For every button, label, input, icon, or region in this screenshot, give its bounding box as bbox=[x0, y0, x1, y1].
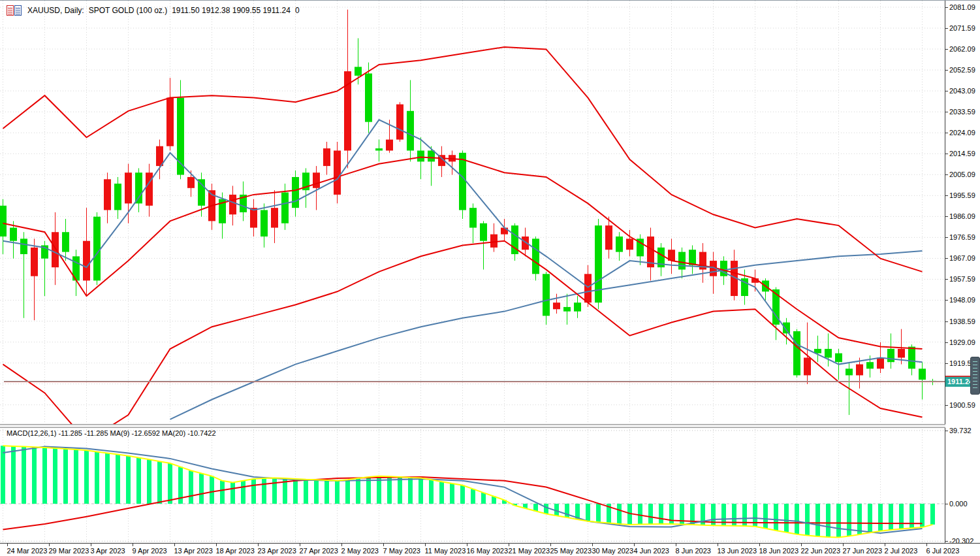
time-axis-label[interactable]: 8 Jun 2023 bbox=[676, 547, 711, 555]
time-axis-label[interactable]: 6 Jul 2023 bbox=[926, 547, 960, 555]
macd-histogram-bar bbox=[126, 456, 131, 504]
macd-histogram-bar bbox=[586, 504, 590, 521]
candle-body bbox=[866, 362, 874, 368]
time-axis-label[interactable]: 13 Apr 2023 bbox=[174, 547, 213, 555]
macd-histogram-bar bbox=[157, 461, 162, 504]
price-axis-label: 2071.59 bbox=[949, 24, 975, 32]
macd-histogram-bar bbox=[293, 479, 298, 504]
candle-body bbox=[365, 73, 372, 122]
candle-body bbox=[605, 225, 612, 250]
price-axis[interactable]: 2081.092071.592062.092052.592043.092033.… bbox=[945, 1, 980, 543]
axis-tick bbox=[945, 91, 948, 91]
candle-body bbox=[804, 357, 811, 375]
candle-body bbox=[532, 238, 539, 274]
time-axis-label[interactable]: 22 Jun 2023 bbox=[801, 547, 841, 555]
axis-tick bbox=[945, 405, 948, 406]
time-axis-label[interactable]: 9 Apr 2023 bbox=[133, 547, 167, 555]
candle-body bbox=[595, 225, 602, 303]
price-axis-label: 1995.59 bbox=[949, 191, 975, 199]
main-chart-pane[interactable] bbox=[0, 1, 945, 424]
candle-body bbox=[396, 105, 403, 140]
time-axis-label[interactable]: 16 May 2023 bbox=[467, 547, 509, 555]
time-axis-label[interactable]: 29 Mar 2023 bbox=[49, 547, 89, 555]
macd-histogram-bar bbox=[481, 493, 486, 504]
time-axis-label[interactable]: 18 Jun 2023 bbox=[759, 547, 799, 555]
time-axis-label[interactable]: 25 May 2023 bbox=[550, 547, 592, 555]
axis-tick bbox=[945, 112, 948, 112]
time-axis-label[interactable]: 11 May 2023 bbox=[425, 547, 466, 555]
price-axis-label: 2081.09 bbox=[949, 3, 975, 11]
time-axis-tick bbox=[383, 544, 384, 546]
candle-body bbox=[825, 349, 832, 357]
macd-histogram-bar bbox=[241, 481, 245, 504]
macd-histogram-bar bbox=[116, 454, 120, 504]
candle-body bbox=[104, 179, 111, 210]
price-axis-label: 2014.59 bbox=[949, 150, 975, 157]
candle-body bbox=[898, 349, 905, 357]
chart-window: XAUUSD, Daily: SPOT GOLD (100 oz.) 1911.… bbox=[0, 0, 980, 556]
candle-body bbox=[459, 153, 466, 210]
axis-tick bbox=[945, 504, 948, 504]
time-axis-label[interactable]: 21 May 2023 bbox=[509, 547, 550, 555]
time-axis-label[interactable]: 18 Apr 2023 bbox=[216, 547, 255, 555]
candle-body bbox=[62, 232, 69, 252]
macd-histogram-bar bbox=[795, 504, 799, 534]
price-axis-label: 1929.09 bbox=[949, 338, 975, 346]
time-axis-tick bbox=[133, 544, 133, 546]
candle-body bbox=[271, 208, 278, 227]
axis-tick bbox=[945, 154, 948, 154]
candle-body bbox=[146, 172, 153, 206]
candle-body bbox=[313, 172, 320, 188]
time-axis-tick bbox=[550, 544, 551, 546]
time-axis[interactable]: 24 Mar 202329 Mar 20233 Apr 20239 Apr 20… bbox=[0, 543, 980, 556]
main-chart-canvas[interactable] bbox=[0, 1, 945, 424]
candle-body bbox=[261, 210, 268, 237]
symbol-description-label: SPOT GOLD (100 oz.) bbox=[89, 6, 168, 15]
price-axis-label: 2043.09 bbox=[949, 87, 975, 95]
macd-histogram-bar bbox=[387, 476, 392, 504]
candle-body bbox=[846, 368, 853, 375]
macd-histogram-bar bbox=[220, 481, 225, 504]
macd-indicator-label: MACD(12,26,1) -11.285 -11.285 MA(9) -12.… bbox=[7, 429, 216, 437]
time-axis-tick bbox=[258, 544, 259, 546]
candle-body bbox=[187, 177, 195, 188]
price-axis-label: 1976.59 bbox=[949, 233, 975, 241]
macd-histogram-bar bbox=[366, 477, 371, 504]
macd-histogram-bar bbox=[596, 504, 601, 522]
price-axis-label: 1948.09 bbox=[949, 296, 975, 304]
macd-histogram-bar bbox=[11, 446, 16, 504]
candle-body bbox=[469, 208, 477, 227]
candle-body bbox=[198, 179, 205, 205]
time-axis-label[interactable]: 2 Jul 2023 bbox=[885, 547, 918, 555]
candle-body bbox=[689, 250, 696, 265]
time-axis-label[interactable]: 4 Jun 2023 bbox=[634, 547, 669, 555]
pane-splitter[interactable] bbox=[0, 424, 945, 428]
candle-body bbox=[10, 228, 17, 241]
time-axis-label[interactable]: 3 Apr 2023 bbox=[91, 547, 125, 555]
macd-histogram-bar bbox=[460, 485, 465, 504]
time-axis-label[interactable]: 27 Apr 2023 bbox=[300, 547, 338, 555]
macd-histogram-bar bbox=[450, 483, 454, 504]
axis-tick bbox=[945, 300, 948, 301]
macd-histogram-bar bbox=[230, 483, 235, 504]
macd-histogram-bar bbox=[815, 504, 820, 536]
macd-histogram-bar bbox=[544, 504, 548, 514]
macd-pane[interactable] bbox=[0, 427, 945, 543]
candle-body bbox=[793, 331, 800, 375]
symbol-period-label: XAUUSD, Daily: bbox=[27, 6, 84, 15]
macd-canvas[interactable] bbox=[0, 427, 945, 543]
time-axis-label[interactable]: 13 Jun 2023 bbox=[718, 547, 757, 555]
candle-body bbox=[52, 232, 59, 267]
time-axis-label[interactable]: 30 May 2023 bbox=[592, 547, 634, 555]
macd-histogram-bar bbox=[784, 504, 789, 532]
time-axis-label[interactable]: 23 Apr 2023 bbox=[258, 547, 296, 555]
time-axis-label[interactable]: 2 May 2023 bbox=[341, 547, 379, 555]
price-scale-scrollbar-thumb[interactable] bbox=[970, 357, 980, 395]
candle-body bbox=[480, 223, 487, 241]
time-axis-label[interactable]: 24 Mar 2023 bbox=[7, 547, 48, 555]
axis-tick bbox=[945, 363, 948, 364]
macd-histogram-bar bbox=[899, 504, 904, 529]
macd-histogram-bar bbox=[356, 478, 360, 504]
time-axis-label[interactable]: 27 Jun 2023 bbox=[843, 547, 883, 555]
time-axis-label[interactable]: 7 May 2023 bbox=[383, 547, 420, 555]
